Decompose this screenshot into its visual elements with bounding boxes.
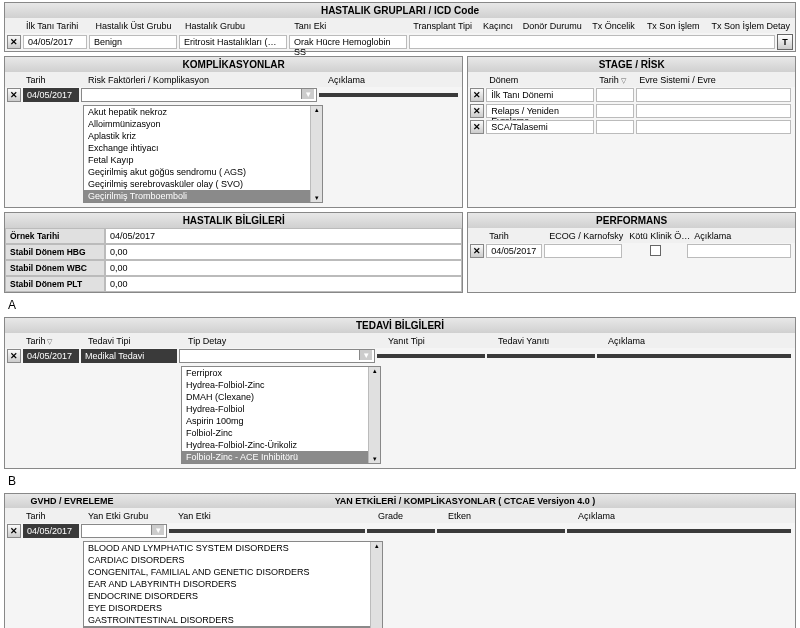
delete-icon[interactable]: ✕	[470, 104, 484, 118]
delete-icon[interactable]: ✕	[470, 244, 484, 258]
gvhd-panel: GVHD / EVRELEME YAN ETKİLERİ / KOMPLİKAS…	[4, 493, 796, 628]
field-value: 0,00	[105, 244, 462, 260]
field-label: Örnek Tarihi	[5, 228, 105, 244]
list-item[interactable]: CONGENITAL, FAMILIAL AND GENETIC DISORDE…	[84, 566, 382, 578]
delete-icon[interactable]: ✕	[7, 88, 21, 102]
list-item[interactable]: Ferriprox	[182, 367, 380, 379]
icd-headers: İlk Tanı Tarihi Hastalık Üst Grubu Hasta…	[5, 18, 795, 33]
list-item[interactable]: Geçirilmiş akut göğüs sendromu ( AGS)	[84, 166, 322, 178]
list-item[interactable]: Aplastik kriz	[84, 130, 322, 142]
list-item[interactable]: BLOOD AND LYMPHATIC SYSTEM DISORDERS	[84, 542, 382, 554]
list-item[interactable]: DMAH (Clexane)	[182, 391, 380, 403]
scrollbar[interactable]	[368, 367, 380, 463]
icd-panel: HASTALIK GRUPLARI / ICD Code İlk Tanı Ta…	[4, 2, 796, 52]
tedavi-panel: TEDAVİ BİLGİLERİ Tarih Tedavi Tipi Tip D…	[4, 317, 796, 469]
tedavi-row[interactable]: ✕ 04/05/2017 Medikal Tedavi	[5, 348, 795, 364]
komp-row[interactable]: ✕ 04/05/2017	[5, 87, 462, 103]
gvhd-group-combo[interactable]	[81, 524, 167, 538]
section-letter-a: A	[0, 295, 800, 315]
checkbox[interactable]	[650, 245, 661, 256]
list-item[interactable]: Geçirilmiş serebrovasküler olay ( SVO)	[84, 178, 322, 190]
perf-row[interactable]: ✕ 04/05/2017	[468, 243, 795, 259]
stage-panel: STAGE / RİSK Dönem Tarih Evre Sistemi / …	[467, 56, 796, 208]
gvhd-row[interactable]: ✕ 04/05/2017	[5, 523, 795, 539]
scrollbar[interactable]	[310, 106, 322, 202]
tedavi-list[interactable]: FerriproxHydrea-Folbiol-ZincDMAH (Clexan…	[181, 366, 381, 464]
list-item[interactable]: Folbiol-Zinc	[182, 427, 380, 439]
field-value: 0,00	[105, 276, 462, 292]
gvhd-list[interactable]: BLOOD AND LYMPHATIC SYSTEM DISORDERSCARD…	[83, 541, 383, 628]
delete-icon[interactable]: ✕	[7, 524, 21, 538]
hasta-panel: HASTALIK BİLGİLERİ Örnek Tarihi04/05/201…	[4, 212, 463, 293]
komp-list[interactable]: Akut hepatik nekrozAlloimmünizasyonAplas…	[83, 105, 323, 203]
gvhd-title: GVHD / EVRELEME YAN ETKİLERİ / KOMPLİKAS…	[5, 494, 795, 508]
perf-title: PERFORMANS	[468, 213, 795, 228]
list-item[interactable]: Hydrea-Folbiol-Zinc-Ürikoliz	[182, 439, 380, 451]
hasta-title: HASTALIK BİLGİLERİ	[5, 213, 462, 228]
icd-row[interactable]: ✕ 04/05/2017 Benign Eritrosit Hastalıkla…	[5, 33, 795, 51]
list-item[interactable]: Folbiol-Zinc - ACE Inhibitörü	[182, 451, 380, 463]
delete-icon[interactable]: ✕	[7, 35, 21, 49]
field-label: Stabil Dönem PLT	[5, 276, 105, 292]
list-item[interactable]: Fetal Kayıp	[84, 154, 322, 166]
perf-panel: PERFORMANS Tarih ECOG / Karnofsky Kötü K…	[467, 212, 796, 293]
list-item[interactable]: Exchange ihtiyacı	[84, 142, 322, 154]
stage-row[interactable]: ✕SCA/Talasemi	[468, 119, 795, 135]
tedavi-title: TEDAVİ BİLGİLERİ	[5, 318, 795, 333]
tedavi-combo[interactable]	[179, 349, 375, 363]
list-item[interactable]: Aspirin 100mg	[182, 415, 380, 427]
icd-title: HASTALIK GRUPLARI / ICD Code	[5, 3, 795, 18]
scrollbar[interactable]	[370, 542, 382, 628]
list-item[interactable]: EAR AND LABYRINTH DISORDERS	[84, 578, 382, 590]
stage-row[interactable]: ✕Relaps / Yeniden Evreleme	[468, 103, 795, 119]
komp-panel: KOMPLİKASYONLAR Tarih Risk Faktörleri / …	[4, 56, 463, 208]
list-item[interactable]: ENDOCRINE DISORDERS	[84, 590, 382, 602]
list-item[interactable]: GASTROINTESTINAL DISORDERS	[84, 614, 382, 626]
t-button[interactable]: T	[777, 34, 793, 50]
field-label: Stabil Dönem HBG	[5, 244, 105, 260]
list-item[interactable]: Akut hepatik nekroz	[84, 106, 322, 118]
delete-icon[interactable]: ✕	[7, 349, 21, 363]
stage-row[interactable]: ✕İlk Tanı Dönemi	[468, 87, 795, 103]
list-item[interactable]: CARDIAC DISORDERS	[84, 554, 382, 566]
list-item[interactable]: EYE DISORDERS	[84, 602, 382, 614]
field-value: 04/05/2017	[105, 228, 462, 244]
komp-title: KOMPLİKASYONLAR	[5, 57, 462, 72]
delete-icon[interactable]: ✕	[470, 88, 484, 102]
komp-combo[interactable]	[81, 88, 317, 102]
field-value: 0,00	[105, 260, 462, 276]
list-item[interactable]: Hydrea-Folbiol-Zinc	[182, 379, 380, 391]
list-item[interactable]: Alloimmünizasyon	[84, 118, 322, 130]
section-letter-b: B	[0, 471, 800, 491]
delete-icon[interactable]: ✕	[470, 120, 484, 134]
field-label: Stabil Dönem WBC	[5, 260, 105, 276]
list-item[interactable]: Hydrea-Folbiol	[182, 403, 380, 415]
stage-title: STAGE / RİSK	[468, 57, 795, 72]
list-item[interactable]: Geçirilmiş Tromboemboli	[84, 190, 322, 202]
